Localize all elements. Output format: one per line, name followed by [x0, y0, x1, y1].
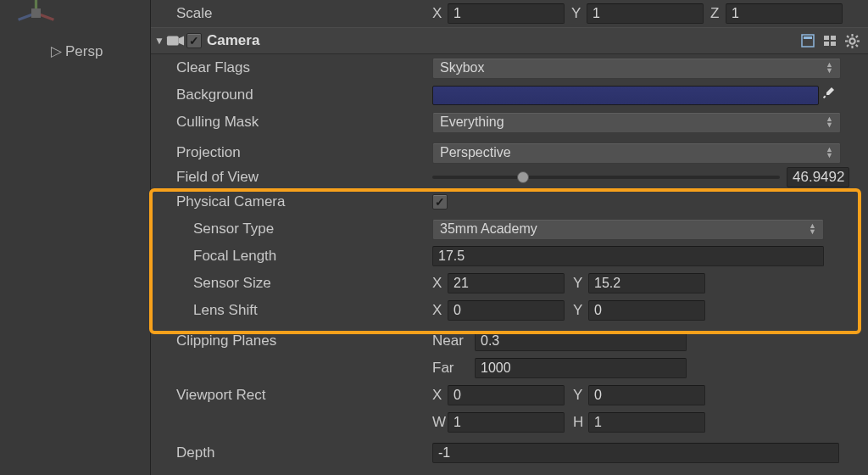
physical-camera-checkbox[interactable] — [432, 194, 448, 210]
svg-rect-9 — [831, 36, 836, 40]
clear-flags-dropdown[interactable]: Skybox ▲▼ — [432, 58, 841, 79]
svg-marker-5 — [179, 36, 184, 46]
svg-rect-8 — [824, 36, 829, 40]
scale-z-input[interactable] — [726, 3, 843, 24]
depth-input[interactable] — [432, 443, 839, 463]
svg-rect-11 — [831, 42, 836, 46]
camera-component-header[interactable]: ▼ Camera — [151, 27, 868, 54]
scale-x-input[interactable] — [448, 3, 565, 24]
svg-rect-3 — [31, 8, 41, 18]
focal-length-row: Focal Length — [151, 243, 868, 270]
viewport-wh-row: W H — [151, 409, 868, 436]
physical-camera-row: Physical Camera — [151, 188, 868, 215]
viewport-w-input[interactable] — [448, 412, 565, 433]
fov-slider[interactable] — [432, 170, 780, 185]
viewport-rect-row: Viewport Rect X Y — [151, 382, 868, 409]
svg-rect-21 — [823, 95, 826, 98]
camera-title: Camera — [207, 32, 259, 49]
axis-w-label: W — [432, 414, 448, 431]
axis-x-label: X — [432, 302, 448, 319]
gear-icon[interactable] — [844, 33, 860, 48]
axis-h-label: H — [573, 414, 588, 431]
sensor-size-row: Sensor Size X Y — [151, 270, 868, 297]
sensor-size-x-input[interactable] — [448, 273, 565, 293]
svg-line-20 — [847, 44, 849, 46]
far-label: Far — [432, 360, 475, 377]
clipping-far-row: Far — [151, 355, 868, 382]
viewport-x-input[interactable] — [448, 385, 565, 405]
lens-shift-label: Lens Shift — [170, 302, 432, 319]
near-label: Near — [432, 332, 475, 349]
culling-mask-row: Culling Mask Everything ▲▼ — [151, 109, 868, 136]
sensor-type-value: 35mm Academy — [440, 221, 537, 237]
chevron-updown-icon: ▲▼ — [826, 62, 833, 74]
fov-label: Field of View — [170, 169, 432, 186]
slider-thumb-icon[interactable] — [517, 171, 529, 183]
svg-point-12 — [849, 38, 854, 43]
clipping-planes-row: Clipping Planes Near — [151, 327, 868, 355]
clipping-near-input[interactable] — [475, 331, 687, 351]
svg-line-17 — [847, 36, 849, 37]
projection-dropdown[interactable]: Perspective ▲▼ — [432, 142, 841, 164]
persp-text: Persp — [65, 43, 103, 59]
clipping-planes-label: Clipping Planes — [170, 332, 432, 349]
sensor-size-y-input[interactable] — [588, 273, 705, 293]
physical-camera-label: Physical Camera — [170, 193, 432, 210]
axis-y-label: Y — [573, 275, 588, 292]
projection-row: Projection Perspective ▲▼ — [151, 139, 868, 166]
scene-view-panel: ◁Persp — [0, 0, 151, 475]
clipping-far-input[interactable] — [475, 358, 687, 378]
scale-label: Scale — [170, 5, 432, 22]
svg-rect-10 — [824, 42, 829, 46]
scale-row: Scale X Y Z — [151, 0, 868, 27]
axis-z-label: Z — [710, 5, 726, 22]
axis-x-label: X — [432, 387, 448, 404]
inspector-panel: Scale X Y Z ▼ Camera Clear Flags — [151, 0, 868, 475]
svg-line-18 — [855, 44, 857, 46]
projection-value: Perspective — [440, 145, 511, 160]
culling-mask-label: Culling Mask — [170, 114, 432, 131]
sensor-type-dropdown[interactable]: 35mm Academy ▲▼ — [432, 219, 824, 240]
clear-flags-value: Skybox — [440, 60, 484, 75]
chevron-updown-icon: ▲▼ — [826, 147, 833, 159]
axis-x-label: X — [432, 5, 448, 22]
focal-length-input[interactable] — [432, 246, 824, 266]
background-label: Background — [170, 87, 432, 103]
chevron-updown-icon: ▲▼ — [809, 223, 816, 235]
culling-mask-dropdown[interactable]: Everything ▲▼ — [432, 112, 841, 133]
culling-mask-value: Everything — [440, 115, 504, 130]
projection-label: Projection — [170, 144, 432, 161]
background-color-field[interactable] — [432, 86, 819, 105]
camera-enabled-checkbox[interactable] — [186, 33, 202, 48]
preset-icon[interactable] — [822, 33, 837, 48]
viewport-y-input[interactable] — [588, 385, 705, 405]
viewport-h-input[interactable] — [588, 412, 705, 433]
viewport-rect-label: Viewport Rect — [170, 387, 432, 404]
focal-length-label: Focal Length — [170, 248, 432, 265]
sensor-type-row: Sensor Type 35mm Academy ▲▼ — [151, 215, 868, 243]
depth-label: Depth — [170, 444, 432, 461]
fov-row: Field of View 46.9492 — [151, 166, 868, 188]
sensor-type-label: Sensor Type — [170, 221, 432, 238]
background-row: Background — [151, 81, 868, 109]
clear-flags-label: Clear Flags — [170, 59, 432, 76]
reference-icon[interactable] — [800, 33, 815, 48]
view-mode-label[interactable]: ◁Persp — [51, 42, 103, 60]
sensor-size-label: Sensor Size — [170, 275, 432, 292]
axis-y-label: Y — [571, 5, 587, 22]
eyedropper-icon[interactable] — [819, 87, 837, 104]
scale-y-input[interactable] — [587, 3, 704, 24]
axis-y-label: Y — [573, 302, 588, 319]
lens-shift-x-input[interactable] — [448, 300, 565, 321]
svg-rect-7 — [804, 36, 812, 39]
fov-value-input[interactable]: 46.9492 — [787, 167, 849, 187]
axis-y-label: Y — [573, 387, 588, 404]
orientation-gizmo-icon[interactable] — [13, 0, 59, 36]
axis-x-label: X — [432, 275, 448, 292]
chevron-updown-icon: ▲▼ — [826, 116, 833, 128]
lens-shift-y-input[interactable] — [588, 300, 705, 321]
clear-flags-row: Clear Flags Skybox ▲▼ — [151, 54, 868, 81]
svg-rect-4 — [167, 36, 179, 46]
svg-line-19 — [855, 36, 857, 37]
foldout-icon[interactable]: ▼ — [154, 35, 164, 47]
